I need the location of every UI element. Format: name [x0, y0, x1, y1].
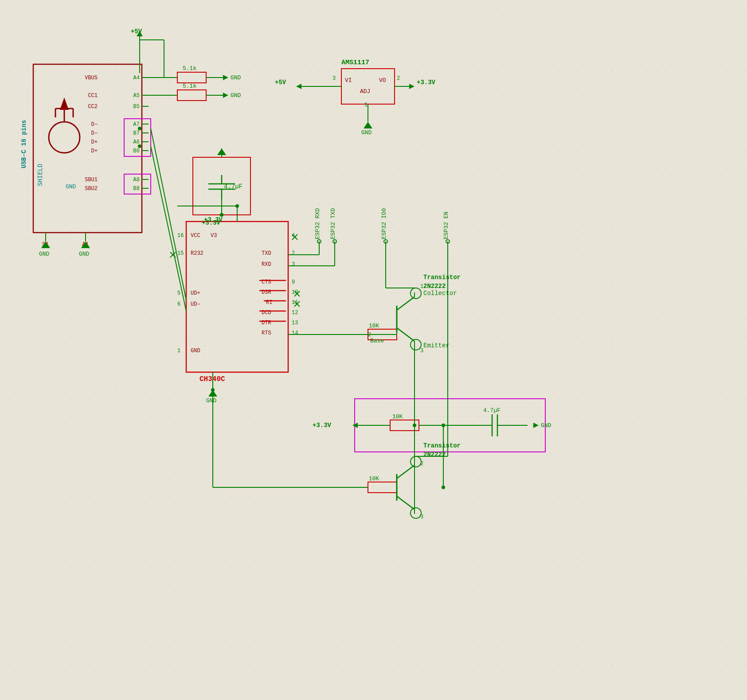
schematic-canvas — [0, 0, 747, 700]
